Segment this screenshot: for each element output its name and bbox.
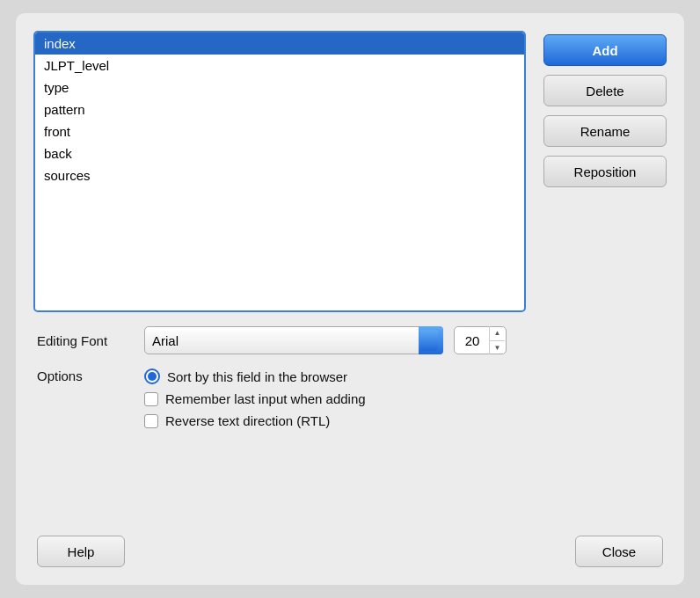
- spinner-down-button[interactable]: ▼: [490, 341, 505, 355]
- font-select[interactable]: Arial Times New Roman Courier New Helvet…: [144, 326, 443, 354]
- rename-button[interactable]: Rename: [543, 115, 667, 147]
- option-rtl[interactable]: Reverse text direction (RTL): [144, 413, 366, 428]
- form-section: Editing Font Arial Times New Roman Couri…: [33, 326, 667, 428]
- list-item[interactable]: pattern: [35, 98, 524, 120]
- reposition-button[interactable]: Reposition: [543, 156, 667, 187]
- list-item[interactable]: type: [35, 77, 524, 98]
- spinner-buttons: ▲ ▼: [489, 326, 505, 354]
- font-size-wrapper: ▲ ▼: [454, 326, 507, 354]
- spinner-up-button[interactable]: ▲: [490, 326, 505, 341]
- add-button[interactable]: Add: [543, 34, 667, 66]
- editing-font-label: Editing Font: [37, 333, 134, 348]
- field-list[interactable]: index JLPT_level type pattern front back…: [33, 31, 526, 312]
- help-button[interactable]: Help: [37, 536, 125, 567]
- font-select-wrapper: Arial Times New Roman Courier New Helvet…: [144, 326, 443, 354]
- close-button[interactable]: Close: [575, 536, 663, 567]
- radio-sort[interactable]: [144, 368, 160, 384]
- checkbox-remember[interactable]: [144, 392, 158, 406]
- list-item[interactable]: back: [35, 142, 524, 164]
- option-rtl-label: Reverse text direction (RTL): [165, 413, 330, 428]
- options-column: Sort by this field in the browser Rememb…: [144, 368, 366, 428]
- options-label: Options: [37, 368, 134, 383]
- editing-font-row: Editing Font Arial Times New Roman Couri…: [37, 326, 663, 354]
- action-buttons: Add Delete Rename Reposition: [543, 31, 667, 187]
- list-item[interactable]: JLPT_level: [35, 55, 524, 77]
- option-sort-label: Sort by this field in the browser: [167, 369, 347, 384]
- top-section: index JLPT_level type pattern front back…: [33, 31, 667, 312]
- dialog: index JLPT_level type pattern front back…: [16, 13, 684, 585]
- footer: Help Close: [33, 536, 667, 567]
- delete-button[interactable]: Delete: [543, 75, 667, 106]
- list-item[interactable]: front: [35, 120, 524, 142]
- list-item[interactable]: sources: [35, 164, 524, 186]
- option-remember-label: Remember last input when adding: [165, 391, 366, 406]
- options-row: Options Sort by this field in the browse…: [37, 368, 663, 428]
- option-remember[interactable]: Remember last input when adding: [144, 391, 366, 406]
- list-item[interactable]: index: [35, 33, 524, 55]
- option-sort[interactable]: Sort by this field in the browser: [144, 368, 366, 384]
- checkbox-rtl[interactable]: [144, 414, 158, 428]
